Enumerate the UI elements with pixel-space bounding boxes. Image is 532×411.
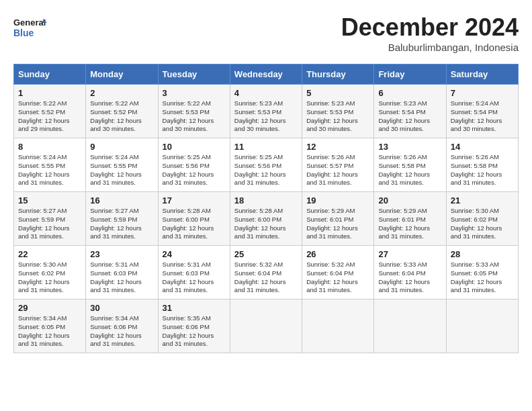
weekday-header-tuesday: Tuesday xyxy=(158,64,230,85)
weekday-header-sunday: Sunday xyxy=(14,64,86,85)
day-number: 13 xyxy=(378,142,441,152)
calendar-cell: 30 Sunrise: 5:34 AMSunset: 6:06 PMDaylig… xyxy=(86,300,158,353)
day-number: 2 xyxy=(90,88,153,98)
day-info: Sunrise: 5:23 AMSunset: 5:54 PMDaylight:… xyxy=(378,99,430,132)
day-info: Sunrise: 5:25 AMSunset: 5:56 PMDaylight:… xyxy=(163,153,214,186)
calendar-cell: 5 Sunrise: 5:23 AMSunset: 5:53 PMDayligh… xyxy=(302,85,374,138)
logo-svg: General Blue xyxy=(13,13,47,40)
svg-text:Blue: Blue xyxy=(13,28,34,38)
day-number: 21 xyxy=(451,195,514,205)
day-number: 26 xyxy=(306,249,369,259)
day-info: Sunrise: 5:25 AMSunset: 5:56 PMDaylight:… xyxy=(234,153,286,186)
calendar-cell: 15 Sunrise: 5:27 AMSunset: 5:59 PMDaylig… xyxy=(14,192,86,246)
calendar-cell: 29 Sunrise: 5:34 AMSunset: 6:05 PMDaylig… xyxy=(14,300,86,353)
location-title: Baluburlimbangan, Indonesia xyxy=(341,42,519,53)
calendar-cell: 3 Sunrise: 5:22 AMSunset: 5:53 PMDayligh… xyxy=(158,85,230,138)
calendar-cell: 31 Sunrise: 5:35 AMSunset: 6:06 PMDaylig… xyxy=(158,300,230,353)
calendar-cell: 13 Sunrise: 5:26 AMSunset: 5:58 PMDaylig… xyxy=(374,138,446,192)
day-info: Sunrise: 5:22 AMSunset: 5:52 PMDaylight:… xyxy=(90,99,142,132)
day-number: 29 xyxy=(18,303,81,313)
calendar-cell: 1 Sunrise: 5:22 AMSunset: 5:52 PMDayligh… xyxy=(14,85,86,138)
page-header: General Blue December 2024 Baluburlimban… xyxy=(13,13,519,53)
day-info: Sunrise: 5:31 AMSunset: 6:03 PMDaylight:… xyxy=(90,261,142,293)
day-number: 10 xyxy=(163,142,226,152)
day-number: 3 xyxy=(163,88,226,98)
day-number: 8 xyxy=(18,142,81,152)
day-info: Sunrise: 5:34 AMSunset: 6:05 PMDaylight:… xyxy=(18,314,70,347)
day-info: Sunrise: 5:29 AMSunset: 6:01 PMDaylight:… xyxy=(306,207,358,240)
day-number: 14 xyxy=(451,142,514,152)
day-info: Sunrise: 5:32 AMSunset: 6:04 PMDaylight:… xyxy=(234,261,286,293)
calendar-cell: 7 Sunrise: 5:24 AMSunset: 5:54 PMDayligh… xyxy=(446,85,518,138)
svg-text:General: General xyxy=(13,17,46,28)
day-info: Sunrise: 5:34 AMSunset: 6:06 PMDaylight:… xyxy=(90,314,142,347)
calendar-cell: 24 Sunrise: 5:31 AMSunset: 6:03 PMDaylig… xyxy=(158,246,230,300)
day-info: Sunrise: 5:24 AMSunset: 5:54 PMDaylight:… xyxy=(451,99,502,132)
calendar-week-4: 22 Sunrise: 5:30 AMSunset: 6:02 PMDaylig… xyxy=(14,246,519,300)
calendar-cell: 27 Sunrise: 5:33 AMSunset: 6:04 PMDaylig… xyxy=(374,246,446,300)
calendar-cell: 8 Sunrise: 5:24 AMSunset: 5:55 PMDayligh… xyxy=(14,138,86,192)
day-info: Sunrise: 5:27 AMSunset: 5:59 PMDaylight:… xyxy=(90,207,142,240)
day-info: Sunrise: 5:22 AMSunset: 5:52 PMDaylight:… xyxy=(18,99,70,132)
calendar-week-2: 8 Sunrise: 5:24 AMSunset: 5:55 PMDayligh… xyxy=(14,138,519,192)
weekday-header-thursday: Thursday xyxy=(302,64,374,85)
day-number: 17 xyxy=(163,195,226,205)
day-info: Sunrise: 5:26 AMSunset: 5:58 PMDaylight:… xyxy=(451,153,502,186)
logo: General Blue xyxy=(13,13,47,40)
day-number: 4 xyxy=(234,88,298,98)
calendar-cell: 4 Sunrise: 5:23 AMSunset: 5:53 PMDayligh… xyxy=(230,85,302,138)
day-number: 23 xyxy=(90,249,153,259)
day-number: 22 xyxy=(18,249,81,259)
calendar-cell xyxy=(230,300,302,353)
calendar-cell: 9 Sunrise: 5:24 AMSunset: 5:55 PMDayligh… xyxy=(86,138,158,192)
day-number: 6 xyxy=(378,88,441,98)
calendar-cell: 10 Sunrise: 5:25 AMSunset: 5:56 PMDaylig… xyxy=(158,138,230,192)
day-info: Sunrise: 5:29 AMSunset: 6:01 PMDaylight:… xyxy=(378,207,430,240)
day-info: Sunrise: 5:30 AMSunset: 6:02 PMDaylight:… xyxy=(18,261,70,293)
calendar-cell: 2 Sunrise: 5:22 AMSunset: 5:52 PMDayligh… xyxy=(86,85,158,138)
weekday-header-monday: Monday xyxy=(86,64,158,85)
header-row: SundayMondayTuesdayWednesdayThursdayFrid… xyxy=(14,64,519,85)
calendar-cell: 6 Sunrise: 5:23 AMSunset: 5:54 PMDayligh… xyxy=(374,85,446,138)
day-number: 12 xyxy=(306,142,369,152)
day-number: 28 xyxy=(451,249,514,259)
day-info: Sunrise: 5:28 AMSunset: 6:00 PMDaylight:… xyxy=(234,207,286,240)
day-number: 16 xyxy=(90,195,153,205)
day-number: 11 xyxy=(234,142,298,152)
day-number: 9 xyxy=(90,142,153,152)
calendar-cell xyxy=(302,300,374,353)
day-info: Sunrise: 5:30 AMSunset: 6:02 PMDaylight:… xyxy=(451,207,502,240)
day-info: Sunrise: 5:27 AMSunset: 5:59 PMDaylight:… xyxy=(18,207,70,240)
day-number: 7 xyxy=(451,88,514,98)
calendar-cell: 12 Sunrise: 5:26 AMSunset: 5:57 PMDaylig… xyxy=(302,138,374,192)
calendar-cell: 18 Sunrise: 5:28 AMSunset: 6:00 PMDaylig… xyxy=(230,192,302,246)
day-number: 19 xyxy=(306,195,369,205)
day-info: Sunrise: 5:24 AMSunset: 5:55 PMDaylight:… xyxy=(18,153,70,186)
calendar-cell: 28 Sunrise: 5:33 AMSunset: 6:05 PMDaylig… xyxy=(446,246,518,300)
calendar-cell: 19 Sunrise: 5:29 AMSunset: 6:01 PMDaylig… xyxy=(302,192,374,246)
weekday-header-friday: Friday xyxy=(374,64,446,85)
calendar-week-1: 1 Sunrise: 5:22 AMSunset: 5:52 PMDayligh… xyxy=(14,85,519,138)
weekday-header-wednesday: Wednesday xyxy=(230,64,302,85)
day-info: Sunrise: 5:26 AMSunset: 5:58 PMDaylight:… xyxy=(378,153,430,186)
calendar-cell: 11 Sunrise: 5:25 AMSunset: 5:56 PMDaylig… xyxy=(230,138,302,192)
day-info: Sunrise: 5:24 AMSunset: 5:55 PMDaylight:… xyxy=(90,153,142,186)
day-number: 15 xyxy=(18,195,81,205)
calendar-week-3: 15 Sunrise: 5:27 AMSunset: 5:59 PMDaylig… xyxy=(14,192,519,246)
day-number: 31 xyxy=(163,303,226,313)
month-title: December 2024 xyxy=(341,13,519,42)
calendar-cell: 21 Sunrise: 5:30 AMSunset: 6:02 PMDaylig… xyxy=(446,192,518,246)
day-info: Sunrise: 5:22 AMSunset: 5:53 PMDaylight:… xyxy=(163,99,214,132)
day-number: 5 xyxy=(306,88,369,98)
calendar-cell: 17 Sunrise: 5:28 AMSunset: 6:00 PMDaylig… xyxy=(158,192,230,246)
calendar-cell xyxy=(446,300,518,353)
day-info: Sunrise: 5:28 AMSunset: 6:00 PMDaylight:… xyxy=(163,207,214,240)
day-number: 27 xyxy=(378,249,441,259)
calendar-cell: 14 Sunrise: 5:26 AMSunset: 5:58 PMDaylig… xyxy=(446,138,518,192)
calendar-cell: 23 Sunrise: 5:31 AMSunset: 6:03 PMDaylig… xyxy=(86,246,158,300)
day-info: Sunrise: 5:23 AMSunset: 5:53 PMDaylight:… xyxy=(234,99,286,132)
day-info: Sunrise: 5:35 AMSunset: 6:06 PMDaylight:… xyxy=(163,314,214,347)
day-info: Sunrise: 5:26 AMSunset: 5:57 PMDaylight:… xyxy=(306,153,358,186)
day-number: 24 xyxy=(163,249,226,259)
calendar-table: SundayMondayTuesdayWednesdayThursdayFrid… xyxy=(13,64,519,353)
